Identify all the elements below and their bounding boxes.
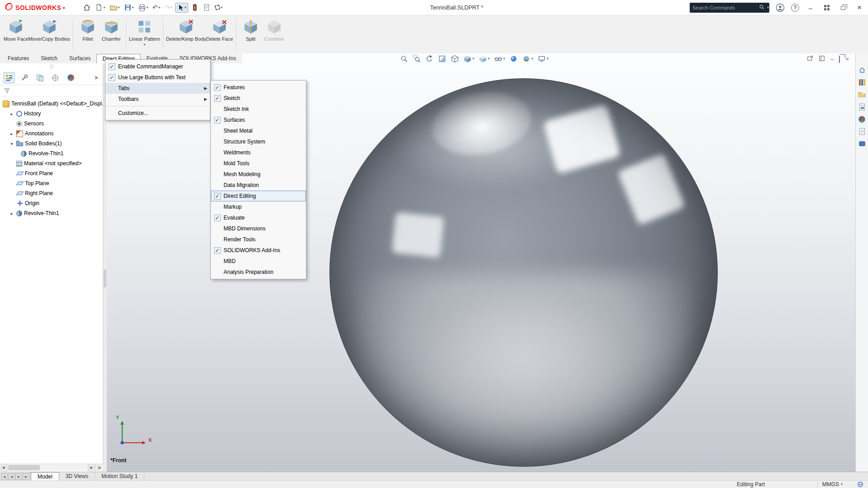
submenu-item-mbd-dimensions[interactable]: ✓MBD Dimensions bbox=[211, 223, 306, 234]
display-style-icon[interactable]: ▾ bbox=[479, 55, 490, 63]
tree-item-front-plane[interactable]: Front Plane bbox=[0, 168, 103, 178]
scrollbar-thumb[interactable] bbox=[8, 465, 40, 470]
first-tab-icon[interactable]: ◀ bbox=[1, 473, 8, 480]
submenu-item-sheet-metal[interactable]: ✓Sheet Metal bbox=[211, 125, 306, 136]
rebuild-button[interactable] bbox=[190, 3, 200, 12]
close-window-icon[interactable]: × bbox=[854, 3, 864, 13]
tree-item-right-plane[interactable]: Right Plane bbox=[0, 188, 103, 198]
dropdown-icon[interactable]: ▾ bbox=[221, 6, 223, 10]
panel-expand-chevron-icon[interactable]: > bbox=[95, 464, 103, 471]
tree-item-top-plane[interactable]: Top Plane bbox=[0, 178, 103, 188]
globe-icon[interactable] bbox=[857, 481, 863, 488]
design-library-icon[interactable] bbox=[858, 78, 866, 86]
next-tab-icon[interactable]: ▶ bbox=[15, 473, 22, 480]
view-settings-icon[interactable]: ▾ bbox=[538, 55, 548, 63]
submenu-item-mold-tools[interactable]: ✓Mold Tools bbox=[211, 158, 306, 169]
submenu-item-surfaces[interactable]: ✓Surfaces bbox=[211, 115, 306, 125]
home-button[interactable] bbox=[81, 3, 92, 13]
3d-drawing-view-icon[interactable] bbox=[451, 55, 459, 63]
tree-item-revolve-thin1-feature[interactable]: ▸ Revolve-Thin1 bbox=[0, 208, 103, 218]
dropdown-icon[interactable]: ▾ bbox=[171, 6, 172, 10]
expander-icon[interactable]: ▸ bbox=[9, 131, 14, 136]
apply-scene-icon[interactable]: ▾ bbox=[522, 55, 533, 63]
minimize-window-icon[interactable]: – bbox=[806, 3, 816, 13]
save-button[interactable]: ▾ bbox=[123, 3, 135, 12]
display-manager-tab-icon[interactable] bbox=[65, 72, 76, 83]
tree-item-origin[interactable]: Origin bbox=[0, 198, 103, 208]
hide-show-items-icon[interactable]: ▾ bbox=[494, 55, 505, 63]
dropdown-icon[interactable]: ▾ bbox=[103, 6, 105, 10]
tree-item-annotations[interactable]: ▸ Annotations bbox=[0, 129, 103, 139]
float-window-icon[interactable] bbox=[807, 55, 813, 63]
tree-item-history[interactable]: ▸ History bbox=[0, 109, 103, 119]
last-tab-icon[interactable]: ▶ bbox=[23, 473, 29, 480]
zoom-fit-icon[interactable] bbox=[400, 55, 408, 63]
submenu-item-analysis-preparation[interactable]: ✓Analysis Preparation bbox=[211, 267, 306, 277]
feature-manager-tab-icon[interactable] bbox=[4, 72, 14, 83]
tree-horizontal-scrollbar[interactable]: ◀ ▶ > bbox=[0, 464, 103, 471]
menu-item-customize[interactable]: ✓ Customize... bbox=[105, 108, 210, 119]
close-doc-icon[interactable]: × bbox=[845, 56, 849, 62]
dropdown-icon[interactable]: ▾ bbox=[132, 6, 134, 10]
scroll-left-icon[interactable]: ◀ bbox=[0, 464, 7, 471]
minimize-doc-icon[interactable]: – bbox=[830, 56, 834, 62]
expand-pane-icon[interactable] bbox=[819, 55, 825, 63]
user-account-icon[interactable] bbox=[776, 3, 785, 12]
linear-pattern-button[interactable]: Linear Pattern ▾ bbox=[129, 17, 160, 52]
submenu-item-render-tools[interactable]: ✓Render Tools bbox=[211, 234, 306, 245]
search-dropdown-icon[interactable]: ▾ bbox=[767, 6, 769, 10]
open-button[interactable]: ▾ bbox=[108, 3, 121, 13]
appearances-scenes-icon[interactable] bbox=[858, 115, 866, 123]
menu-item-toolbars[interactable]: ✓ Toolbars ▶ bbox=[105, 94, 210, 105]
search-input[interactable] bbox=[692, 5, 757, 10]
split-button[interactable]: Split bbox=[239, 17, 262, 52]
menu-item-tabs[interactable]: ✓ Tabs ▶ bbox=[105, 83, 210, 94]
submenu-item-mesh-modeling[interactable]: ✓Mesh Modeling bbox=[211, 169, 306, 180]
tree-filter-row[interactable] bbox=[0, 86, 103, 97]
solidworks-logo[interactable]: SOLIDWORKS ▸ bbox=[0, 2, 70, 13]
menu-expand-arrow-icon[interactable]: ▸ bbox=[63, 5, 65, 10]
custom-properties-icon[interactable] bbox=[858, 127, 866, 135]
search-icon[interactable] bbox=[759, 4, 765, 11]
select-tool-button[interactable]: ▾ bbox=[175, 3, 188, 13]
tab-sketch[interactable]: Sketch bbox=[35, 53, 63, 63]
tree-item-solid-bodies[interactable]: ▾ Solid Bodies(1) bbox=[0, 139, 103, 148]
splitter-grip[interactable] bbox=[104, 269, 106, 287]
view-orientation-icon[interactable]: ▾ bbox=[463, 55, 474, 63]
dropdown-icon[interactable]: ▾ bbox=[158, 6, 160, 10]
panel-splitter[interactable] bbox=[103, 63, 107, 472]
print-button[interactable]: ▾ bbox=[137, 3, 150, 13]
units-selector[interactable]: MMGS ▾ bbox=[817, 481, 843, 488]
combine-button[interactable]: Combine bbox=[262, 17, 286, 52]
submenu-item-mbd[interactable]: ✓MBD bbox=[211, 256, 306, 267]
delete-face-button[interactable]: Delete Face bbox=[206, 17, 233, 52]
configuration-manager-tab-icon[interactable] bbox=[34, 72, 45, 83]
submenu-item-features[interactable]: ✓Features bbox=[211, 82, 306, 93]
linear-pattern-dropdown-icon[interactable]: ▾ bbox=[143, 43, 145, 47]
move-face-button[interactable]: Move Face bbox=[4, 17, 28, 52]
delete-keep-body-button[interactable]: Delete/Keep Body bbox=[166, 17, 206, 52]
submenu-item-sketch-ink[interactable]: ✓Sketch Ink bbox=[211, 104, 306, 115]
scroll-right-icon[interactable]: ▶ bbox=[88, 464, 95, 471]
restore-window-icon[interactable] bbox=[838, 3, 848, 13]
3d-views-tab[interactable]: 3D Views bbox=[59, 472, 95, 480]
expander-icon[interactable]: ▸ bbox=[9, 211, 14, 216]
expander-icon[interactable]: ▾ bbox=[9, 141, 14, 146]
forum-icon[interactable] bbox=[858, 139, 866, 148]
prev-tab-icon[interactable]: ◀ bbox=[8, 473, 15, 480]
submenu-item-solidworks-add-ins[interactable]: ✓SOLIDWORKS Add-Ins bbox=[211, 245, 306, 256]
expander-icon[interactable]: ▸ bbox=[9, 111, 14, 116]
submenu-item-markup[interactable]: ✓Markup bbox=[211, 201, 306, 212]
submenu-item-weldments[interactable]: ✓Weldments bbox=[211, 147, 306, 158]
menu-item-use-large-buttons[interactable]: ✓ Use Large Buttons with Text bbox=[105, 72, 210, 83]
model-tab[interactable]: Model bbox=[31, 472, 59, 480]
panel-resize-handle[interactable] bbox=[50, 65, 53, 68]
search-commands-box[interactable]: ▾ bbox=[690, 3, 769, 13]
tree-item-root[interactable]: TennisBall (Default) <<Default>_Displ... bbox=[0, 99, 103, 109]
tree-item-sensors[interactable]: Sensors bbox=[0, 119, 103, 129]
submenu-item-direct-editing[interactable]: ✓Direct Editing bbox=[211, 191, 306, 201]
dropdown-icon[interactable]: ▾ bbox=[118, 6, 120, 10]
chamfer-button[interactable]: Chamfer bbox=[100, 17, 123, 52]
undo-button[interactable]: ↶▾ bbox=[151, 3, 162, 12]
restore-doc-icon[interactable] bbox=[839, 56, 840, 62]
